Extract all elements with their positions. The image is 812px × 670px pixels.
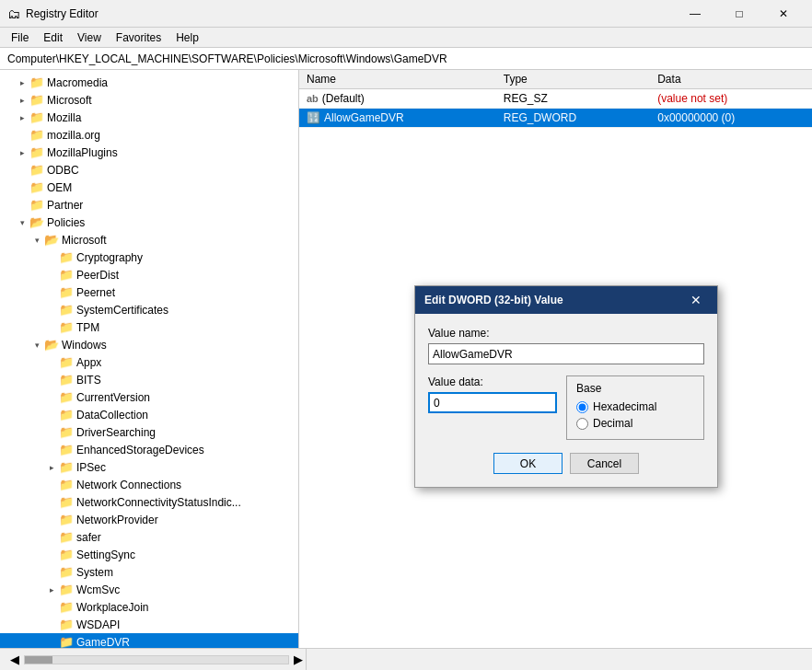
tree-expander[interactable]: ▸	[15, 93, 29, 108]
tree-item[interactable]: 📁WorkplaceJoin	[0, 598, 298, 616]
tree-item[interactable]: ▸📁Macromedia	[0, 74, 298, 91]
tree-item[interactable]: ▾📂Windows	[0, 336, 298, 353]
tree-expander[interactable]: ▸	[15, 145, 29, 160]
tree-expander[interactable]	[44, 408, 59, 422]
tree-item[interactable]: 📁BITS	[0, 371, 298, 388]
tree-expander[interactable]	[44, 478, 59, 492]
col-type: Type	[496, 70, 650, 89]
tree-item[interactable]: 📁System	[0, 563, 298, 581]
tree-expander[interactable]	[44, 530, 59, 545]
tree-expander[interactable]	[15, 198, 29, 213]
tree-item[interactable]: 📁EnhancedStorageDevices	[0, 441, 298, 458]
edit-dword-dialog[interactable]: Edit DWORD (32-bit) Value ✕ Value name: …	[414, 285, 718, 488]
tree-expander[interactable]: ▾	[29, 233, 44, 248]
tree-item[interactable]: 📁NetworkProvider	[0, 511, 298, 528]
tree-item[interactable]: 📁NetworkConnectivityStatusIndic...	[0, 493, 298, 511]
tree-expander[interactable]	[15, 128, 29, 143]
tree-expander[interactable]	[44, 355, 59, 370]
menu-help[interactable]: Help	[168, 28, 206, 48]
maximize-button[interactable]: □	[718, 0, 760, 28]
tree-expander[interactable]	[44, 635, 59, 649]
tree-item-label: Microsoft	[62, 234, 107, 247]
tree-item[interactable]: ▾📂Policies	[0, 214, 298, 231]
menu-file[interactable]: File	[4, 28, 36, 48]
tree-expander[interactable]	[44, 285, 59, 300]
tree-expander[interactable]	[44, 373, 59, 387]
tree-item[interactable]: ▸📁Microsoft	[0, 91, 298, 109]
value-name-input[interactable]	[428, 343, 704, 364]
tree-item-label: safer	[76, 531, 101, 544]
minimize-button[interactable]: —	[674, 0, 716, 28]
tree-item[interactable]: ▸📁WcmSvc	[0, 581, 298, 598]
cancel-button[interactable]: Cancel	[570, 453, 639, 474]
tree-expander[interactable]	[44, 425, 59, 440]
tree-expander[interactable]	[44, 250, 59, 265]
table-row[interactable]: ab(Default)REG_SZ(value not set)	[299, 89, 812, 109]
folder-icon: 📁	[29, 128, 44, 142]
tree-item-label: NetworkProvider	[76, 514, 158, 526]
tree-item[interactable]: ▾📂Microsoft	[0, 231, 298, 248]
tree-expander[interactable]	[44, 303, 59, 318]
scroll-left[interactable]: ◀	[7, 649, 22, 671]
tree-item[interactable]: 📁PeerDist	[0, 266, 298, 283]
tree-item[interactable]: ▸📁Mozilla	[0, 109, 298, 126]
tree-item[interactable]: 📁DataCollection	[0, 406, 298, 423]
tree-expander[interactable]	[44, 548, 59, 562]
tree-item[interactable]: 📁TPM	[0, 318, 298, 336]
tree-item[interactable]: 📁Cryptography	[0, 248, 298, 266]
tree-expander[interactable]	[44, 495, 59, 510]
tree-item[interactable]: 📁Partner	[0, 196, 298, 214]
tree-expander[interactable]	[44, 513, 59, 527]
folder-icon: 📁	[59, 268, 74, 282]
close-button[interactable]: ✕	[762, 0, 805, 28]
dialog-close-button[interactable]: ✕	[684, 288, 708, 312]
tree-item[interactable]: ▸📁IPSec	[0, 458, 298, 476]
value-data-input[interactable]	[428, 392, 557, 413]
tree-expander[interactable]	[44, 565, 59, 580]
status-bar: ◀ ▶	[0, 648, 812, 670]
tree-expander[interactable]	[44, 390, 59, 405]
tree-expander[interactable]	[44, 600, 59, 615]
tree-item[interactable]: 📁Network Connections	[0, 476, 298, 493]
col-name: Name	[299, 70, 496, 89]
folder-icon: 📁	[29, 145, 44, 159]
tree-item[interactable]: 📁DriverSearching	[0, 423, 298, 441]
tree-item[interactable]: 📁OEM	[0, 179, 298, 196]
tree-expander[interactable]	[15, 163, 29, 178]
dec-radio[interactable]	[576, 418, 588, 430]
tree-item[interactable]: 📁GameDVR	[0, 633, 298, 648]
tree-item[interactable]: ▸📁MozillaPlugins	[0, 144, 298, 161]
tree-item[interactable]: 📁Peernet	[0, 283, 298, 301]
tree-expander[interactable]	[44, 443, 59, 457]
tree-expander[interactable]: ▸	[44, 583, 59, 597]
hexadecimal-option[interactable]: Hexadecimal	[576, 400, 694, 413]
tree-expander[interactable]: ▾	[29, 338, 44, 352]
ok-button[interactable]: OK	[493, 453, 563, 474]
tree-expander[interactable]	[44, 618, 59, 632]
tree-expander[interactable]	[44, 268, 59, 283]
decimal-option[interactable]: Decimal	[576, 417, 694, 430]
tree-expander[interactable]: ▾	[15, 215, 29, 230]
menu-favorites[interactable]: Favorites	[109, 28, 168, 48]
tree-expander[interactable]: ▸	[15, 110, 29, 125]
menu-edit[interactable]: Edit	[36, 28, 70, 48]
tree-item-label: IPSec	[76, 461, 106, 474]
hex-radio[interactable]	[576, 401, 588, 413]
tree-item[interactable]: 📁SystemCertificates	[0, 301, 298, 318]
tree-item[interactable]: 📁WSDAPI	[0, 616, 298, 633]
tree-item-label: DriverSearching	[76, 426, 156, 439]
menu-view[interactable]: View	[70, 28, 109, 48]
tree-item-label: Network Connections	[76, 479, 181, 491]
tree-expander[interactable]: ▸	[44, 460, 59, 475]
tree-item[interactable]: 📁Appx	[0, 353, 298, 371]
scroll-right[interactable]: ▶	[291, 649, 306, 671]
tree-item[interactable]: 📁CurrentVersion	[0, 388, 298, 406]
tree-item[interactable]: 📁ODBC	[0, 161, 298, 179]
tree-expander[interactable]: ▸	[15, 75, 29, 90]
table-row[interactable]: 🔢AllowGameDVRREG_DWORD0x00000000 (0)	[299, 109, 812, 128]
tree-item[interactable]: 📁mozilla.org	[0, 126, 298, 144]
tree-expander[interactable]	[15, 180, 29, 195]
tree-item[interactable]: 📁SettingSync	[0, 546, 298, 563]
tree-item[interactable]: 📁safer	[0, 528, 298, 546]
tree-expander[interactable]	[44, 320, 59, 335]
